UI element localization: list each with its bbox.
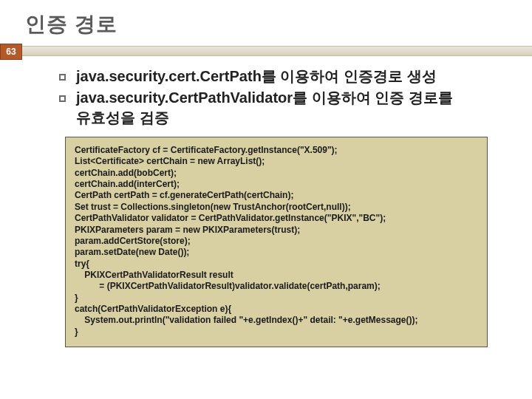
bullet-icon — [59, 95, 66, 102]
slide: 인증 경로 63 java.security.cert.CertPath를 이용… — [0, 0, 532, 399]
bullet-item: java.security.CertPathValidator를 이용하여 인증… — [59, 88, 502, 128]
slide-number-badge: 63 — [0, 44, 22, 60]
title-bar: 63 — [0, 46, 532, 56]
slide-title: 인증 경로 — [0, 0, 532, 46]
bullet-item: java.security.cert.CertPath를 이용하여 인증경로 생… — [59, 66, 502, 86]
bullet-list: java.security.cert.CertPath를 이용하여 인증경로 생… — [59, 66, 502, 128]
slide-content: java.security.cert.CertPath를 이용하여 인증경로 생… — [0, 56, 532, 347]
bullet-text: java.security.CertPathValidator를 이용하여 인증… — [76, 88, 502, 128]
code-block: CertificateFactory cf = CertificateFacto… — [65, 137, 488, 347]
bullet-text: java.security.cert.CertPath를 이용하여 인증경로 생… — [76, 66, 437, 86]
bullet-icon — [59, 74, 66, 81]
